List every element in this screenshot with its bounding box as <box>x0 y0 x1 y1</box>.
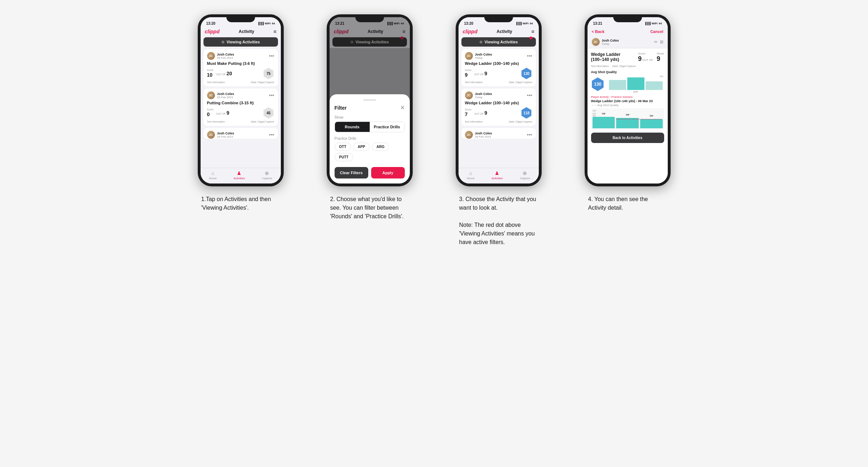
card-title-1-2: Putting Combine (3-15 ft) <box>207 101 274 105</box>
detail-outof-label-4: OUT OF <box>642 58 653 62</box>
viewing-banner-1[interactable]: ⚙ Viewing Activities <box>203 37 278 47</box>
nav-home-1[interactable]: ⌂ Home <box>209 170 216 180</box>
nav-capture-1[interactable]: ⊕ Capture <box>262 170 272 180</box>
phone-content-1: JC Josh Coles 28 Feb 2023 ••• Must Make … <box>201 48 281 168</box>
nav-capture-label-1: Capture <box>262 177 272 180</box>
bar-label-2-4: 129 <box>625 114 629 116</box>
clear-filters-btn-2[interactable]: Clear Filters <box>335 167 368 178</box>
menu-icon-1[interactable]: ≡ <box>273 29 276 34</box>
chip-arg-2[interactable]: ARG <box>372 143 389 151</box>
home-icon-3: ⌂ <box>469 170 472 176</box>
user-name-1-2: Josh Coles <box>217 92 234 96</box>
filter-chip-row-2: OTT APP ARG PUTT <box>335 143 405 161</box>
shots-val-1-1: 20 <box>226 71 232 76</box>
caption-3: 3. Choose the Activity that you want to … <box>459 195 538 247</box>
dots-icon-1-1[interactable]: ••• <box>269 53 274 59</box>
user-info-1-1: Josh Coles 28 Feb 2023 <box>217 53 234 59</box>
viewing-banner-3[interactable]: ⚙ Viewing Activities <box>461 37 536 47</box>
apply-btn-2[interactable]: Apply <box>371 167 405 178</box>
detail-score-val-4: 9 <box>638 55 642 63</box>
card-header-3-1: JC Josh Coles Today ••• <box>465 52 532 60</box>
activity-card-1-3[interactable]: JC Josh Coles 28 Feb 2023 ••• <box>203 128 278 139</box>
outof-label-1-1: OUT OF <box>216 73 226 76</box>
capture-icon-1: ⊕ <box>265 170 269 176</box>
toggle-rounds-2[interactable]: Rounds <box>335 122 370 132</box>
wifi-icon-1: WiFi <box>265 22 271 25</box>
chip-app-2[interactable]: APP <box>353 143 370 151</box>
nav-home-3[interactable]: ⌂ Home <box>467 170 474 180</box>
user-date-1-1: 28 Feb 2023 <box>217 56 234 59</box>
nav-activities-label-1: Activities <box>234 177 245 180</box>
nav-activities-3[interactable]: ♟ Activities <box>491 170 503 180</box>
logo-3: clippd <box>463 29 478 34</box>
phone-4: 13:21 ▐▐▐ WiFi 44 < Back Cancel JC <box>585 14 671 186</box>
history-y-axis-4: 140 <box>593 110 663 112</box>
caption-1: 1.Tap on Activities and then 'Viewing Ac… <box>201 195 280 212</box>
history-bars-4: 132 129 124 <box>593 117 663 128</box>
practice-session-section-4: Player Activity › Practice Session <box>591 95 664 99</box>
outof-label-3-1: OUT OF <box>474 73 484 76</box>
footer2-3-1: Data: Clippd Capture <box>509 81 532 84</box>
activity-card-3-3[interactable]: JC Josh Coles 28 Feb 2023 ••• <box>461 128 536 139</box>
user-name-3-2: Josh Coles <box>475 92 492 96</box>
footer2-1-2: Data: Clippd Capture <box>251 120 274 123</box>
filter-title-2: Filter <box>335 105 347 111</box>
dots-icon-3-2[interactable]: ••• <box>527 92 532 98</box>
chart-bars-4 <box>608 77 664 90</box>
avatar-3-1: JC <box>465 52 473 60</box>
avatar-3-3: JC <box>465 131 473 139</box>
cancel-btn-4[interactable]: Cancel <box>650 29 663 34</box>
close-btn-2[interactable]: ✕ <box>400 104 405 111</box>
dots-icon-3-1[interactable]: ••• <box>527 53 532 59</box>
nav-capture-3[interactable]: ⊕ Capture <box>520 170 530 180</box>
phone-inner-4: 13:21 ▐▐▐ WiFi 44 < Back Cancel JC <box>588 17 668 184</box>
shots-val-3-1: 9 <box>484 71 487 76</box>
phone-1: 13:20 ▐▐▐ WiFi 44 clippd Activity ≡ ⚙ Vi… <box>198 14 284 186</box>
filter-action-row-2: Clear Filters Apply <box>335 167 405 178</box>
nav-home-label-1: Home <box>209 177 216 180</box>
dots-icon-1-3[interactable]: ••• <box>269 132 274 138</box>
notch-4 <box>613 14 642 22</box>
notch-1 <box>226 14 255 22</box>
back-to-activities-btn-4[interactable]: Back to Activities <box>591 133 664 143</box>
detail-info-row-4: Test Information Data: Clippd Capture <box>591 65 664 67</box>
status-icons-1: ▐▐▐ WiFi 44 <box>258 22 275 25</box>
activities-icon-1: ♟ <box>237 170 241 176</box>
menu-icon-3[interactable]: ≡ <box>531 29 534 34</box>
detail-user-date-4: Today <box>602 42 619 46</box>
nav-activities-1[interactable]: ♟ Activities <box>234 170 245 180</box>
toggle-drills-2[interactable]: Practice Drills <box>370 122 404 132</box>
detail-user-text-4: Josh Coles Today <box>602 39 619 46</box>
activity-card-3-1[interactable]: JC Josh Coles Today ••• Wedge Ladder (10… <box>461 49 536 86</box>
dots-icon-3-3[interactable]: ••• <box>527 132 532 138</box>
back-btn-4[interactable]: < Back <box>592 29 605 34</box>
signal-icon-4: ▐▐▐ <box>644 22 651 25</box>
signal-icon-1: ▐▐▐ <box>258 22 264 25</box>
edit-icon-4[interactable]: ✏ <box>654 39 658 44</box>
detail-user-row-4: JC Josh Coles Today ✏ ⊞ <box>588 36 668 48</box>
card-user-3-1: JC Josh Coles Today <box>465 52 492 60</box>
score-val-3-2: 7 <box>465 111 468 117</box>
phone-column-2: 13:21 ▐▐▐ WiFi 44 clippd Activity ≡ ⚙ Vi… <box>312 14 427 221</box>
card-stats-3-2: Score 7 OUT OF 9 118 <box>465 107 532 119</box>
activity-card-3-2[interactable]: JC Josh Coles Today ••• Wedge Ladder (10… <box>461 89 536 126</box>
chip-putt-2[interactable]: PUTT <box>335 153 353 161</box>
card-footer-1-1: Test Information Data: Clippd Capture <box>207 81 274 84</box>
card-user-1-3: JC Josh Coles 28 Feb 2023 <box>207 131 234 139</box>
app-header-1: clippd Activity ≡ <box>201 27 281 36</box>
caption-2: 2. Choose what you'd like to see. You ca… <box>330 195 409 221</box>
activity-card-1-2[interactable]: JC Josh Coles 28 Feb 2023 ••• Putting Co… <box>203 89 278 126</box>
user-name-3-3: Josh Coles <box>475 132 492 135</box>
detail-avatar-4: JC <box>592 38 600 46</box>
chip-ott-2[interactable]: OTT <box>335 143 351 151</box>
drill-history-subtitle-4: →→ Avg Shot Quality <box>591 104 664 107</box>
avatar-3-2: JC <box>465 91 473 99</box>
practice-session-label-4: Practice Session <box>611 95 633 99</box>
dots-icon-1-2[interactable]: ••• <box>269 92 274 98</box>
card-title-3-1: Wedge Ladder (100–140 yds) <box>465 61 532 66</box>
expand-icon-4[interactable]: ⊞ <box>660 39 663 44</box>
activity-card-1-1[interactable]: JC Josh Coles 28 Feb 2023 ••• Must Make … <box>203 49 278 86</box>
card-header-3-3: JC Josh Coles 28 Feb 2023 ••• <box>465 131 532 139</box>
card-title-3-2: Wedge Ladder (100–140 yds) <box>465 101 532 105</box>
nav-capture-label-3: Capture <box>520 177 530 180</box>
